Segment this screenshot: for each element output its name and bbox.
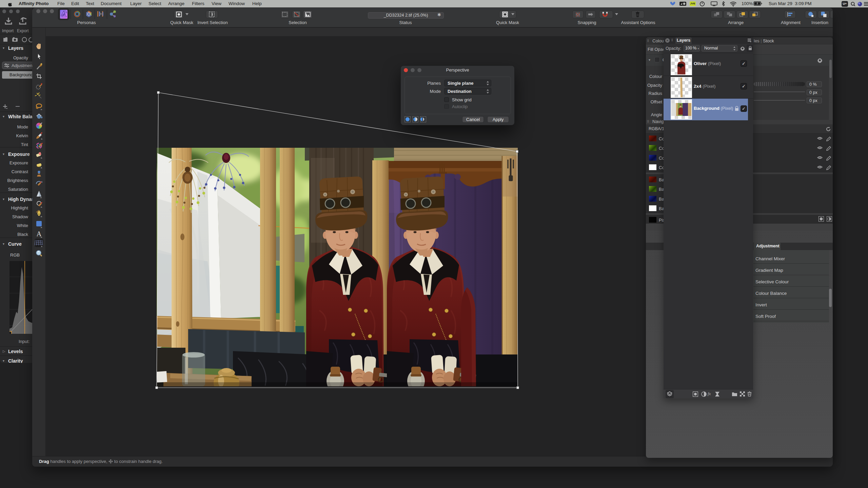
svg-text:A: A (37, 230, 42, 238)
